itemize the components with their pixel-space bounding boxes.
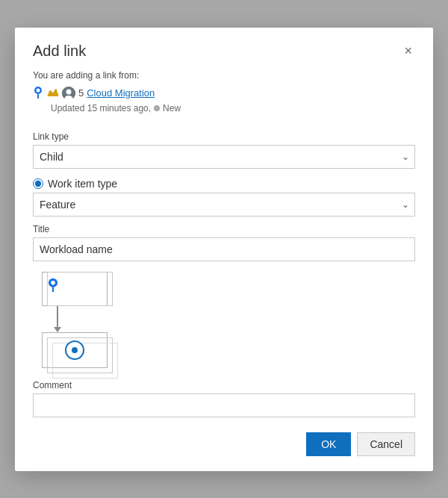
title-label: Title (33, 224, 415, 234)
pin-icon (33, 85, 43, 102)
comment-input[interactable] (33, 393, 415, 417)
svg-point-1 (37, 88, 40, 92)
diagram-bottom (42, 332, 108, 368)
crown-icon (47, 87, 59, 99)
work-item-meta: Updated 15 minutes ago, New (51, 103, 415, 113)
arrow-head (54, 327, 61, 332)
link-from-label: You are adding a link from: (33, 70, 415, 81)
work-item-type-row: Work item type (33, 178, 415, 190)
updated-text: Updated 15 minutes ago, (51, 103, 151, 113)
work-item-link[interactable]: Cloud Migration (87, 87, 155, 99)
status-dot (154, 105, 160, 111)
diagram-shadow-2 (52, 343, 118, 379)
close-button[interactable]: × (401, 43, 415, 59)
link-type-select-wrapper: Child Parent Related Duplicate Duplicate… (33, 145, 415, 169)
work-item-type-select-wrapper: Feature Epic User Story Bug Task ⌄ (33, 193, 415, 217)
diagram-top (42, 272, 108, 306)
cancel-button[interactable]: Cancel (357, 432, 415, 456)
work-item-type-radio[interactable] (33, 178, 43, 189)
svg-point-8 (51, 281, 55, 285)
comment-label: Comment (33, 380, 415, 390)
svg-rect-3 (48, 96, 58, 96)
title-input[interactable] (33, 237, 415, 261)
diagram-pin-icon (47, 277, 59, 296)
dialog-footer: OK Cancel (33, 417, 415, 456)
work-item-type-select[interactable]: Feature Epic User Story Bug Task (33, 193, 415, 217)
add-link-dialog: Add link × You are adding a link from: (15, 28, 433, 471)
feature-dot (72, 347, 78, 353)
work-item-id: 5 (78, 87, 84, 99)
avatar-icon (62, 87, 75, 100)
arrow-line (57, 306, 58, 327)
svg-point-5 (66, 89, 72, 94)
work-item-type-radio-label: Work item type (48, 178, 117, 190)
work-item-info-row: 5 Cloud Migration (33, 85, 415, 102)
link-type-select[interactable]: Child Parent Related Duplicate Duplicate… (33, 145, 415, 169)
dialog-title: Add link (33, 43, 86, 60)
diagram-top-box-wrapper (42, 272, 108, 306)
ok-button[interactable]: OK (306, 432, 351, 456)
link-type-label: Link type (33, 131, 415, 142)
diagram-bottom-box-wrapper (42, 332, 108, 368)
dialog-backdrop: Add link × You are adding a link from: (0, 0, 448, 498)
feature-icon (65, 340, 84, 360)
svg-marker-2 (48, 89, 58, 96)
diagram-arrow (54, 306, 61, 332)
diagram-area (33, 272, 415, 368)
dialog-header: Add link × (33, 43, 415, 60)
status-label: New (163, 103, 181, 113)
